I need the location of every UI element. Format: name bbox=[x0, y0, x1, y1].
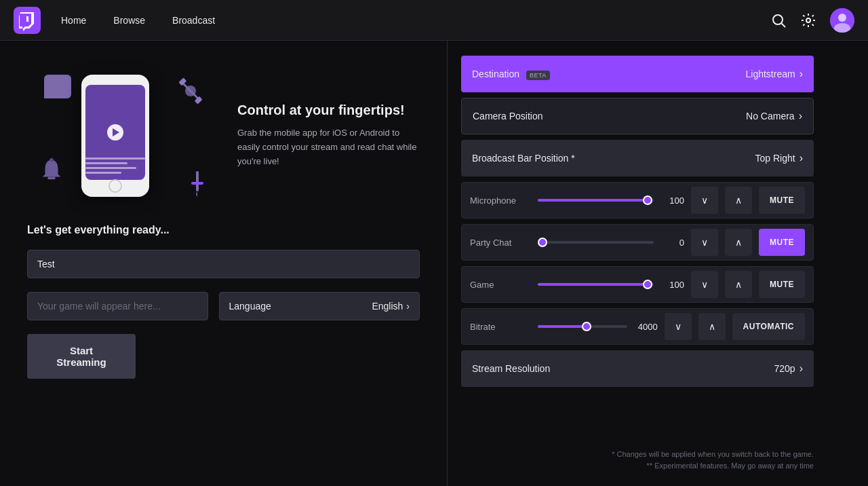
svg-rect-16 bbox=[191, 182, 203, 185]
party-chat-value: 0 bbox=[660, 238, 684, 248]
start-streaming-button[interactable]: Start Streaming bbox=[27, 334, 136, 379]
bell-icon bbox=[41, 157, 62, 183]
destination-row[interactable]: Destination BETA Lightstream › bbox=[461, 56, 814, 92]
promo-title: Control at your fingertips! bbox=[237, 102, 420, 118]
promo-description: Grab the mobile app for iOS or Android t… bbox=[237, 126, 420, 168]
stream-resolution-label: Stream Resolution bbox=[472, 363, 774, 374]
microphone-row: Microphone 100 ∨ ∧ MUTE bbox=[461, 182, 814, 219]
sword-icon bbox=[188, 170, 207, 197]
twitch-logo[interactable] bbox=[14, 7, 41, 34]
game-slider[interactable] bbox=[538, 283, 654, 286]
chat-icon bbox=[44, 75, 71, 98]
play-button bbox=[107, 124, 123, 141]
microphone-slider[interactable] bbox=[538, 199, 654, 202]
game-input-wrapper bbox=[27, 292, 208, 320]
party-chat-label: Party Chat bbox=[470, 238, 531, 248]
svg-rect-1 bbox=[26, 16, 28, 22]
user-avatar[interactable] bbox=[830, 8, 854, 33]
party-chat-down-button[interactable]: ∨ bbox=[691, 229, 718, 256]
phone-home-button bbox=[108, 179, 122, 193]
bitrate-label: Bitrate bbox=[470, 322, 531, 332]
camera-chevron-icon: › bbox=[799, 110, 802, 122]
phone-illustration bbox=[27, 68, 217, 204]
party-chat-row: Party Chat 0 ∨ ∧ MUTE bbox=[461, 224, 814, 261]
party-chat-slider[interactable] bbox=[538, 241, 654, 244]
stream-title-input[interactable] bbox=[27, 250, 420, 278]
language-value-wrapper: English › bbox=[372, 301, 410, 312]
microphone-mute-button[interactable]: MUTE bbox=[759, 187, 805, 214]
game-fill bbox=[538, 283, 648, 286]
main-content: Control at your fingertips! Grab the mob… bbox=[0, 41, 868, 486]
satellite-icon bbox=[178, 78, 203, 104]
svg-point-7 bbox=[838, 14, 846, 22]
game-audio-row: Game 100 ∨ ∧ MUTE bbox=[461, 266, 814, 303]
phone-lines bbox=[85, 157, 145, 176]
microphone-down-button[interactable]: ∨ bbox=[691, 187, 718, 214]
camera-label: Camera Position bbox=[473, 111, 746, 122]
nav-links: Home Browse Broadcast bbox=[61, 15, 770, 26]
party-chat-up-button[interactable]: ∧ bbox=[725, 229, 752, 256]
stream-resolution-chevron-icon: › bbox=[800, 362, 803, 375]
promo-section: Control at your fingertips! Grab the mob… bbox=[27, 61, 420, 210]
nav-broadcast[interactable]: Broadcast bbox=[172, 15, 215, 26]
nav-browse[interactable]: Browse bbox=[113, 15, 145, 26]
phone-body bbox=[81, 75, 149, 197]
nav-home[interactable]: Home bbox=[61, 15, 86, 26]
party-chat-thumb bbox=[538, 238, 547, 247]
bitrate-slider[interactable] bbox=[538, 325, 627, 328]
party-chat-mute-button[interactable]: MUTE bbox=[759, 229, 805, 256]
broadcast-label: Broadcast Bar Position * bbox=[472, 153, 755, 164]
broadcast-chevron-icon: › bbox=[800, 152, 803, 164]
search-icon[interactable] bbox=[770, 12, 787, 29]
svg-rect-15 bbox=[196, 171, 199, 191]
language-label: Language bbox=[229, 301, 271, 312]
promo-text: Control at your fingertips! Grab the mob… bbox=[237, 102, 420, 168]
svg-point-5 bbox=[806, 18, 810, 22]
game-down-button[interactable]: ∨ bbox=[691, 271, 718, 298]
footnote-line1: * Changes will be applied when you switc… bbox=[461, 449, 814, 461]
beta-badge: BETA bbox=[526, 71, 550, 80]
microphone-fill bbox=[538, 199, 648, 202]
microphone-up-button[interactable]: ∧ bbox=[725, 187, 752, 214]
bitrate-thumb bbox=[582, 322, 591, 331]
stream-resolution-row[interactable]: Stream Resolution 720p › bbox=[461, 350, 814, 387]
left-panel: Control at your fingertips! Grab the mob… bbox=[0, 41, 448, 486]
bitrate-up-button[interactable]: ∧ bbox=[698, 313, 726, 340]
bitrate-down-button[interactable]: ∨ bbox=[665, 313, 692, 340]
broadcast-value: Top Right bbox=[755, 153, 795, 164]
game-up-button[interactable]: ∧ bbox=[725, 271, 752, 298]
right-panel: Destination BETA Lightstream › Camera Po… bbox=[448, 41, 827, 486]
language-value: English bbox=[372, 301, 403, 312]
language-chevron-icon: › bbox=[406, 301, 410, 312]
microphone-label: Microphone bbox=[470, 195, 531, 206]
svg-line-10 bbox=[181, 81, 200, 100]
game-thumb bbox=[643, 280, 652, 289]
camera-value: No Camera bbox=[746, 111, 795, 122]
svg-line-4 bbox=[782, 23, 786, 27]
svg-point-14 bbox=[50, 158, 54, 162]
bitrate-value: 4000 bbox=[634, 322, 658, 332]
game-mute-button[interactable]: MUTE bbox=[759, 271, 805, 298]
broadcast-row[interactable]: Broadcast Bar Position * Top Right › bbox=[461, 140, 814, 176]
svg-rect-13 bbox=[47, 177, 55, 180]
microphone-thumb bbox=[643, 195, 652, 205]
game-audio-label: Game bbox=[470, 280, 531, 290]
destination-chevron-icon: › bbox=[800, 68, 803, 80]
navbar: Home Browse Broadcast bbox=[0, 0, 868, 41]
bitrate-fill bbox=[538, 325, 587, 328]
bitrate-automatic-button[interactable]: AUTOMATIC bbox=[732, 313, 805, 340]
section-title: Let's get everything ready... bbox=[27, 224, 420, 236]
footnote-line2: ** Experimental features. May go away at… bbox=[461, 460, 814, 472]
footnote: * Changes will be applied when you switc… bbox=[461, 443, 814, 472]
destination-label: Destination bbox=[472, 69, 519, 79]
row-inputs: Language English › bbox=[27, 292, 420, 320]
destination-value: Lightstream bbox=[746, 69, 795, 79]
game-input[interactable] bbox=[27, 292, 208, 320]
svg-point-3 bbox=[773, 15, 783, 24]
game-value: 100 bbox=[660, 280, 684, 290]
camera-row[interactable]: Camera Position No Camera › bbox=[461, 98, 814, 134]
microphone-value: 100 bbox=[660, 195, 684, 206]
settings-icon[interactable] bbox=[800, 12, 816, 29]
svg-rect-2 bbox=[31, 16, 33, 22]
language-button[interactable]: Language English › bbox=[219, 292, 420, 320]
